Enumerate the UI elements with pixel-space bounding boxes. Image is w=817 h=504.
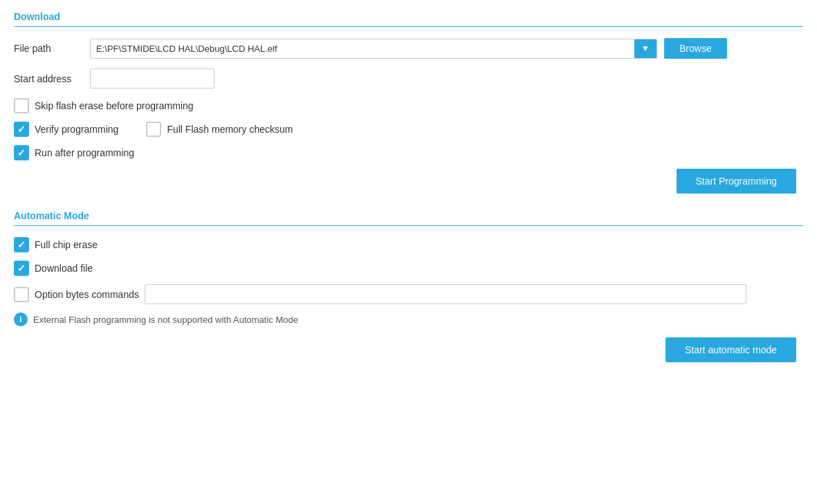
option-bytes-row: Option bytes commands <box>14 284 803 304</box>
file-path-dropdown-button[interactable]: ▼ <box>634 39 657 58</box>
download-file-checkbox[interactable] <box>14 261 29 276</box>
file-path-input[interactable] <box>91 39 634 58</box>
start-address-label: Start address <box>14 73 90 84</box>
start-address-row: Start address <box>14 68 803 88</box>
download-title: Download <box>14 11 803 27</box>
option-bytes-input[interactable] <box>145 284 746 304</box>
skip-flash-row: Skip flash erase before programming <box>14 98 803 113</box>
file-path-row: File path ▼ Browse <box>14 38 803 59</box>
run-after-checkbox[interactable] <box>14 145 29 160</box>
browse-button[interactable]: Browse <box>664 38 727 59</box>
full-chip-erase-label: Full chip erase <box>35 239 98 250</box>
option-bytes-label: Option bytes commands <box>35 289 139 300</box>
full-chip-erase-checkbox[interactable] <box>14 237 29 252</box>
option-bytes-checkbox[interactable] <box>14 287 29 302</box>
verify-programming-label: Verify programming <box>35 124 118 135</box>
start-automatic-row: Start automatic mode <box>14 337 803 362</box>
download-file-label: Download file <box>35 263 93 274</box>
file-path-input-group: ▼ <box>90 39 657 59</box>
run-after-row: Run after programming <box>14 145 803 160</box>
skip-flash-label: Skip flash erase before programming <box>35 100 194 111</box>
start-programming-row: Start Programming <box>14 169 803 194</box>
file-path-label: File path <box>14 43 90 54</box>
start-automatic-button[interactable]: Start automatic mode <box>665 337 796 362</box>
automatic-section: Automatic Mode Full chip erase Download … <box>14 210 803 362</box>
automatic-title: Automatic Mode <box>14 210 803 226</box>
run-after-label: Run after programming <box>35 147 134 158</box>
verify-row: Verify programming Full Flash memory che… <box>14 122 803 137</box>
skip-flash-checkbox[interactable] <box>14 98 29 113</box>
start-programming-button[interactable]: Start Programming <box>677 169 796 194</box>
full-flash-group: Full Flash memory checksum <box>146 122 293 137</box>
full-chip-erase-row: Full chip erase <box>14 237 803 252</box>
info-row: i External Flash programming is not supp… <box>14 312 803 326</box>
info-icon: i <box>14 312 28 326</box>
full-flash-checkbox[interactable] <box>146 122 161 137</box>
chevron-down-icon: ▼ <box>641 44 650 53</box>
download-section: Download File path ▼ Browse Start addres… <box>14 11 803 194</box>
start-address-input[interactable] <box>90 68 214 88</box>
verify-programming-checkbox[interactable] <box>14 122 29 137</box>
info-text: External Flash programming is not suppor… <box>33 315 298 325</box>
verify-group: Verify programming <box>14 122 118 137</box>
download-file-row: Download file <box>14 261 803 276</box>
full-flash-label: Full Flash memory checksum <box>167 124 293 135</box>
